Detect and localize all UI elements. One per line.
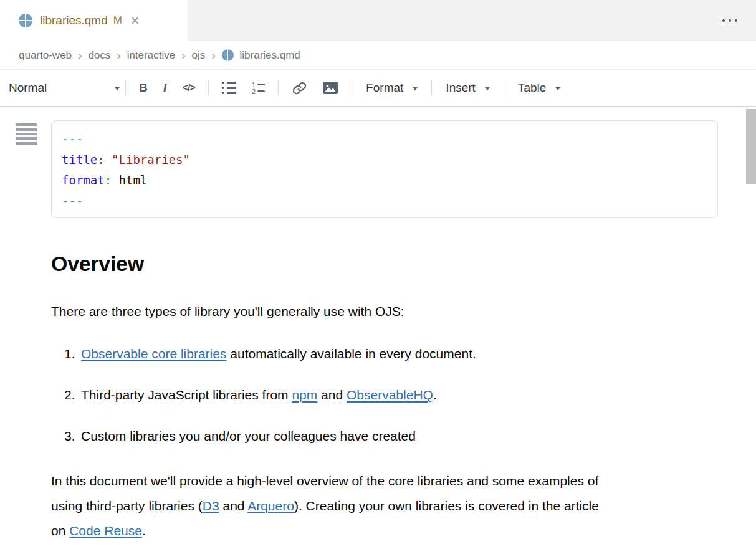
toolbar-separator — [125, 80, 126, 96]
link-button[interactable] — [284, 77, 315, 99]
menu-table-label: Table — [518, 81, 546, 95]
menu-table[interactable]: Table — [510, 81, 568, 95]
breadcrumb-separator: › — [181, 49, 185, 61]
breadcrumb: quarto-web › docs › interactive › ojs › … — [0, 41, 756, 70]
list-text: Observable core libraries automatically … — [81, 345, 476, 362]
link-code-reuse[interactable]: Code Reuse — [69, 523, 142, 538]
code-line: --- — [62, 129, 707, 150]
toolbar-separator — [431, 80, 432, 96]
text-run: . — [142, 523, 146, 538]
numbered-list-button[interactable]: 1 2 — [244, 77, 272, 99]
ellipsis-icon[interactable] — [721, 16, 739, 26]
numbered-list-digit: 2 — [251, 88, 256, 95]
list-item: 3. Custom libraries you and/or your coll… — [64, 427, 718, 444]
drag-handle-icon[interactable] — [14, 122, 39, 146]
breadcrumb-item-quarto-web[interactable]: quarto-web — [19, 49, 72, 62]
code-token-key: title — [62, 153, 97, 166]
link-observable-core-libraries[interactable]: Observable core libraries — [81, 346, 226, 361]
menu-insert-label: Insert — [446, 81, 476, 95]
intro-paragraph: There are three types of library you'll … — [51, 303, 718, 320]
inline-code-button[interactable]: </> — [175, 77, 203, 99]
text-run: and — [317, 388, 347, 402]
chevron-down-icon — [485, 87, 490, 90]
list-text: Third-party JavaScript libraries from np… — [81, 386, 437, 403]
menu-format[interactable]: Format — [358, 81, 426, 95]
code-line: title: "Libraries" — [62, 150, 707, 170]
list-number: 2. — [64, 386, 81, 403]
quarto-icon — [19, 14, 32, 27]
close-icon[interactable]: × — [131, 14, 139, 27]
breadcrumb-separator: › — [117, 49, 120, 61]
numbered-list-digit: 1 — [251, 82, 256, 88]
code-token-colon: : — [105, 173, 112, 187]
chevron-down-icon — [413, 87, 418, 90]
bulleted-list-icon — [222, 82, 237, 95]
code-line: --- — [62, 191, 707, 211]
ordered-list: 1. Observable core libraries automatical… — [64, 345, 718, 444]
code-token-delim: --- — [62, 132, 83, 146]
tab-bar: libraries.qmd M × — [0, 0, 756, 41]
text-run: Custom libraries you and/or your colleag… — [81, 429, 416, 443]
paragraph-style-select[interactable]: Normal — [9, 81, 120, 95]
text-run: automatically available in every documen… — [226, 346, 476, 361]
list-number: 1. — [64, 345, 81, 362]
menu-insert[interactable]: Insert — [438, 81, 498, 95]
image-button[interactable] — [315, 77, 346, 99]
toolbar-separator — [352, 80, 352, 96]
closing-paragraph: In this document we'll provide a high-le… — [51, 469, 600, 543]
quarto-icon — [222, 49, 234, 61]
tab-title: libraries.qmd — [40, 14, 108, 27]
breadcrumb-separator: › — [78, 49, 82, 61]
code-token-key: format — [62, 173, 105, 187]
list-number: 3. — [64, 427, 81, 444]
chevron-down-icon — [115, 87, 120, 90]
text-run: . — [433, 388, 437, 402]
italic-button[interactable]: I — [155, 77, 175, 99]
link-observablehq[interactable]: ObservableHQ — [347, 388, 433, 402]
list-text: Custom libraries you and/or your colleag… — [81, 427, 416, 444]
modified-badge: M — [113, 14, 122, 27]
link-arquero[interactable]: Arquero — [247, 499, 294, 513]
text-run: Third-party JavaScript libraries from — [81, 388, 292, 402]
menu-format-label: Format — [366, 81, 403, 95]
paragraph-style-value: Normal — [9, 81, 47, 95]
code-token-colon: : — [97, 153, 104, 166]
breadcrumb-file-label: libraries.qmd — [240, 49, 300, 62]
visual-editor-window: libraries.qmd M × quarto-web › docs › in… — [0, 0, 756, 554]
image-icon — [322, 81, 338, 95]
document-body[interactable]: --- title: "Libraries" format: html --- … — [0, 120, 756, 543]
link-icon — [292, 80, 307, 96]
scrollbar-thumb[interactable] — [746, 109, 756, 184]
toolbar-separator — [208, 80, 209, 96]
breadcrumb-item-interactive[interactable]: interactive — [127, 49, 175, 62]
tab-libraries-qmd[interactable]: libraries.qmd M × — [0, 0, 187, 41]
toolbar-separator — [278, 80, 279, 96]
toolbar-separator — [504, 80, 504, 96]
chevron-down-icon — [555, 87, 560, 90]
code-token-plain: html — [112, 173, 147, 187]
editor-canvas[interactable]: --- title: "Libraries" format: html --- … — [0, 107, 756, 554]
list-item: 1. Observable core libraries automatical… — [64, 345, 718, 362]
yaml-metadata-block[interactable]: --- title: "Libraries" format: html --- — [51, 120, 718, 218]
bold-button[interactable]: B — [132, 77, 155, 99]
breadcrumb-item-libraries-qmd[interactable]: libraries.qmd — [222, 49, 300, 62]
formatting-toolbar: Normal B I </> 1 2 — [0, 70, 756, 107]
heading-overview: Overview — [51, 250, 718, 277]
bulleted-list-button[interactable] — [214, 77, 244, 99]
breadcrumb-separator: › — [211, 49, 215, 61]
code-line: format: html — [62, 170, 707, 191]
code-token-plain — [105, 153, 112, 166]
numbered-list-icon: 1 2 — [251, 82, 265, 95]
list-item: 2. Third-party JavaScript libraries from… — [64, 386, 718, 403]
text-run: and — [219, 499, 248, 513]
breadcrumb-item-ojs[interactable]: ojs — [191, 49, 205, 62]
code-token-delim: --- — [62, 194, 83, 208]
code-token-string: "Libraries" — [112, 153, 190, 166]
tab-bar-fill — [187, 0, 756, 41]
link-d3[interactable]: D3 — [203, 499, 219, 513]
link-npm[interactable]: npm — [292, 388, 317, 402]
breadcrumb-item-docs[interactable]: docs — [88, 49, 110, 62]
